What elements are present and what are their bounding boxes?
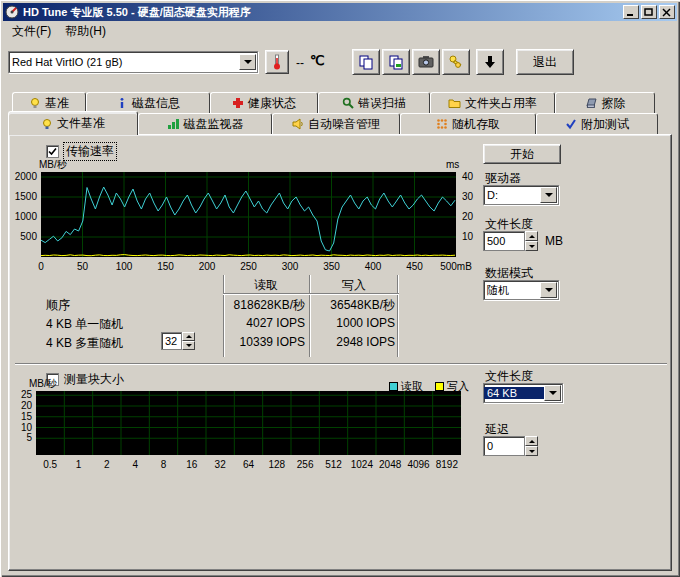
read-column-header: 读取 (223, 279, 309, 291)
spin-down-icon[interactable] (525, 241, 538, 251)
spin-up-icon[interactable] (182, 332, 195, 341)
keys-icon (448, 54, 464, 70)
tab-label: 随机存取 (452, 116, 500, 133)
temperature-unit: ℃ (310, 53, 325, 68)
menu-help[interactable]: 帮助(H) (58, 21, 113, 42)
menu-file[interactable]: 文件(F) (5, 21, 58, 42)
copy-results-button[interactable] (382, 49, 410, 75)
tick-label: 20 (462, 211, 482, 223)
random-grid-icon (436, 118, 448, 130)
tab-error-scan[interactable]: 错误扫描 (318, 92, 430, 113)
app-icon (5, 5, 19, 19)
close-button[interactable] (659, 5, 675, 19)
tick-label: 350 (312, 261, 352, 273)
exit-button-label: 退出 (533, 54, 557, 71)
camera-icon (417, 54, 435, 70)
tab-health[interactable]: 健康状态 (210, 92, 318, 113)
download-arrow-icon (482, 54, 498, 70)
delay-spinner[interactable]: 0 (483, 436, 538, 456)
drive-select-combo[interactable]: Red Hat VirtIO (21 gB) (8, 51, 258, 73)
chevron-down-icon[interactable] (239, 54, 256, 70)
tab-file-benchmark[interactable]: 文件基准 (8, 111, 138, 135)
tick-label: 100 (104, 261, 144, 273)
chevron-down-icon[interactable] (544, 385, 561, 401)
tab-disk-info[interactable]: 磁盘信息 (86, 92, 210, 113)
spin-up-icon[interactable] (525, 231, 538, 241)
chevron-down-icon[interactable] (540, 282, 557, 298)
tick-label: 1500 (5, 191, 37, 203)
tab-erase[interactable]: 擦除 (555, 92, 655, 113)
spin-down-icon[interactable] (525, 446, 538, 456)
copy-button[interactable] (352, 49, 380, 75)
block-file-length-combo[interactable]: 64 KB (483, 383, 563, 403)
write-column-header: 写入 (311, 279, 397, 291)
exit-button[interactable]: 退出 (516, 49, 574, 75)
file-length-value: 500 (483, 231, 525, 251)
queue-depth-spinner[interactable]: 32 (161, 332, 195, 350)
tab-random-access[interactable]: 随机存取 (400, 113, 536, 134)
titlebar[interactable]: HD Tune 专业版 5.50 - 硬盘/固态硬盘实用程序 (3, 3, 677, 21)
save-results-button[interactable] (476, 49, 504, 75)
menubar: 文件(F) 帮助(H) (3, 21, 677, 41)
screenshot-button[interactable] (412, 49, 440, 75)
tick-label: 400 (353, 261, 393, 273)
transfer-rate-checkbox[interactable]: 传输速率 (46, 143, 116, 160)
close-icon (662, 8, 672, 17)
monitor-bars-icon (167, 118, 180, 130)
spinner-buttons[interactable] (525, 436, 538, 456)
transfer-rate-label: 传输速率 (64, 143, 116, 160)
tab-label: 基准 (45, 95, 69, 112)
start-button[interactable]: 开始 (483, 144, 561, 164)
tab-extra-tests[interactable]: 附加测试 (536, 113, 658, 134)
drive-select-value: Red Hat VirtIO (21 gB) (9, 56, 239, 68)
tick-label: 1000 (5, 211, 37, 223)
tab-label: 健康状态 (248, 95, 296, 112)
tick-label: 10 (462, 231, 482, 243)
tick-label: 500mB (436, 261, 476, 273)
spin-down-icon[interactable] (182, 341, 195, 350)
tab-label: 擦除 (602, 95, 626, 112)
check-icon (48, 147, 57, 156)
toolbar: Red Hat VirtIO (21 gB) -- ℃ (3, 41, 677, 91)
block-size-checkbox[interactable]: 测量块大小 (46, 371, 124, 388)
tab-benchmark[interactable]: 基准 (12, 92, 86, 113)
tab-label: 磁盘信息 (132, 95, 180, 112)
tab-label: 文件夹占用率 (465, 95, 537, 112)
file-benchmark-icon (41, 118, 53, 130)
data-mode-value: 随机 (484, 283, 540, 298)
y-axis-left-title: MB/秒 (39, 159, 67, 171)
tab-disk-monitor[interactable]: 磁盘监视器 (138, 113, 272, 134)
spin-up-icon[interactable] (525, 436, 538, 446)
block-chart-y-title: MB/秒 (29, 378, 57, 390)
chevron-down-icon[interactable] (540, 187, 557, 203)
speaker-icon (292, 118, 304, 130)
block-size-label: 测量块大小 (64, 371, 124, 388)
spinner-buttons[interactable] (525, 231, 538, 251)
tab-folder-usage[interactable]: 文件夹占用率 (430, 92, 555, 113)
spinner-buttons[interactable] (182, 332, 195, 350)
magnifier-icon (342, 97, 354, 109)
window-title: HD Tune 专业版 5.50 - 硬盘/固态硬盘实用程序 (23, 5, 621, 20)
row-4k-multi-label: 4 KB 多重随机 (46, 335, 123, 352)
copy-results-icon (388, 54, 404, 70)
tab-row-2: 文件基准 磁盘监视器 自动噪音管理 随机存取 附加测试 (8, 113, 658, 135)
tick-label: 500 (5, 231, 37, 243)
table-cell: 818628KB/秒 (225, 297, 305, 314)
drive-combo[interactable]: D: (483, 185, 559, 205)
minimize-button[interactable] (623, 5, 639, 19)
block-size-chart: 2520151050.51248163264128256512102420484… (36, 391, 461, 455)
data-mode-combo[interactable]: 随机 (483, 280, 559, 300)
tick-label: 300 (270, 261, 310, 273)
file-length-spinner[interactable]: 500 (483, 231, 538, 251)
tick-label: 250 (229, 261, 269, 273)
temperature-button[interactable] (265, 50, 289, 74)
start-button-label: 开始 (510, 146, 534, 163)
queue-depth-value: 32 (161, 332, 182, 350)
tab-aam[interactable]: 自动噪音管理 (272, 113, 400, 134)
tick-label: 200 (187, 261, 227, 273)
tab-row-1: 基准 磁盘信息 健康状态 错误扫描 文件夹占用率 擦除 (12, 92, 655, 113)
thermometer-icon (270, 54, 284, 70)
options-button[interactable] (442, 49, 470, 75)
block-file-length-value: 64 KB (484, 387, 544, 399)
maximize-button[interactable] (641, 5, 657, 19)
